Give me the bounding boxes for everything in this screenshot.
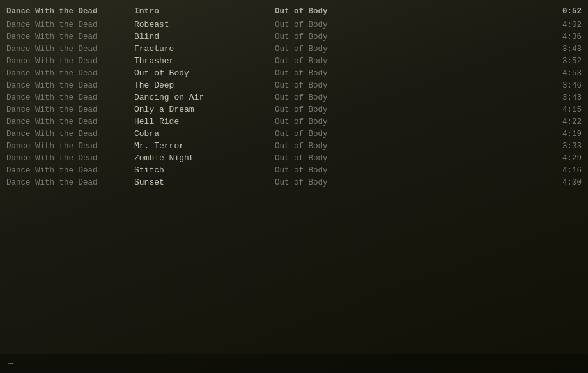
- track-artist: Dance With the Dead: [6, 166, 134, 175]
- track-artist: Dance With the Dead: [6, 81, 134, 90]
- track-album: Out of Body: [275, 142, 543, 151]
- table-row[interactable]: Dance With the DeadZombie NightOut of Bo…: [0, 152, 588, 164]
- track-list-header: Dance With the Dead Intro Out of Body 0:…: [0, 5, 588, 17]
- table-row[interactable]: Dance With the DeadHell RideOut of Body4…: [0, 116, 588, 128]
- track-duration: 4:16: [543, 166, 582, 175]
- header-artist: Dance With the Dead: [6, 7, 134, 16]
- track-title: Mr. Terror: [134, 141, 275, 151]
- table-row[interactable]: Dance With the DeadFractureOut of Body3:…: [0, 43, 588, 55]
- track-artist: Dance With the Dead: [6, 105, 134, 114]
- track-title: Zombie Night: [134, 153, 275, 163]
- track-title: Only a Dream: [134, 105, 275, 114]
- track-album: Out of Body: [275, 93, 543, 102]
- track-duration: 3:43: [543, 45, 582, 54]
- table-row[interactable]: Dance With the DeadOut of BodyOut of Bod…: [0, 67, 588, 79]
- track-duration: 3:33: [543, 142, 582, 151]
- track-album: Out of Body: [275, 154, 543, 163]
- header-title: Intro: [134, 6, 275, 16]
- track-title: Stitch: [134, 165, 275, 175]
- track-artist: Dance With the Dead: [6, 154, 134, 163]
- track-album: Out of Body: [275, 57, 543, 66]
- table-row[interactable]: Dance With the DeadOnly a DreamOut of Bo…: [0, 103, 588, 116]
- table-row[interactable]: Dance With the DeadDancing on AirOut of …: [0, 91, 588, 103]
- track-title: Cobra: [134, 129, 275, 139]
- track-album: Out of Body: [275, 33, 543, 42]
- track-artist: Dance With the Dead: [6, 118, 134, 126]
- track-title: Blind: [134, 32, 275, 42]
- bottom-bar: →: [0, 354, 588, 373]
- table-row[interactable]: Dance With the DeadSunsetOut of Body4:00: [0, 176, 588, 188]
- track-album: Out of Body: [275, 45, 543, 54]
- track-duration: 4:02: [543, 20, 582, 29]
- track-artist: Dance With the Dead: [6, 45, 134, 54]
- header-album: Out of Body: [275, 7, 543, 16]
- table-row[interactable]: Dance With the DeadRobeastOut of Body4:0…: [0, 19, 588, 31]
- header-duration: 0:52: [543, 7, 582, 16]
- track-album: Out of Body: [275, 178, 543, 187]
- track-artist: Dance With the Dead: [6, 69, 134, 78]
- track-title: Out of Body: [134, 68, 275, 78]
- track-title: Dancing on Air: [134, 93, 275, 102]
- track-title: Robeast: [134, 20, 275, 29]
- track-artist: Dance With the Dead: [6, 130, 134, 139]
- track-artist: Dance With the Dead: [6, 20, 134, 29]
- track-artist: Dance With the Dead: [6, 142, 134, 151]
- track-title: Hell Ride: [134, 117, 275, 126]
- table-row[interactable]: Dance With the DeadCobraOut of Body4:19: [0, 128, 588, 140]
- track-title: Sunset: [134, 178, 275, 187]
- table-row[interactable]: Dance With the DeadThrasherOut of Body3:…: [0, 55, 588, 67]
- track-album: Out of Body: [275, 130, 543, 139]
- track-title: Thrasher: [134, 56, 275, 66]
- track-album: Out of Body: [275, 20, 543, 29]
- track-title: Fracture: [134, 44, 275, 54]
- track-artist: Dance With the Dead: [6, 178, 134, 187]
- track-artist: Dance With the Dead: [6, 93, 134, 102]
- track-duration: 4:00: [543, 178, 582, 187]
- track-title: The Deep: [134, 80, 275, 90]
- arrow-icon: →: [8, 358, 13, 369]
- track-duration: 4:22: [543, 118, 582, 126]
- track-list: Dance With the Dead Intro Out of Body 0:…: [0, 0, 588, 194]
- track-duration: 4:15: [543, 105, 582, 114]
- track-duration: 3:46: [543, 81, 582, 90]
- track-duration: 3:43: [543, 93, 582, 102]
- table-row[interactable]: Dance With the DeadBlindOut of Body4:36: [0, 31, 588, 43]
- track-duration: 3:52: [543, 57, 582, 66]
- table-row[interactable]: Dance With the DeadThe DeepOut of Body3:…: [0, 79, 588, 91]
- track-duration: 4:53: [543, 69, 582, 78]
- track-album: Out of Body: [275, 81, 543, 90]
- table-row[interactable]: Dance With the DeadMr. TerrorOut of Body…: [0, 140, 588, 152]
- track-artist: Dance With the Dead: [6, 57, 134, 66]
- track-duration: 4:36: [543, 33, 582, 42]
- track-duration: 4:19: [543, 130, 582, 139]
- track-album: Out of Body: [275, 105, 543, 114]
- track-duration: 4:29: [543, 154, 582, 163]
- track-album: Out of Body: [275, 118, 543, 126]
- track-album: Out of Body: [275, 69, 543, 78]
- track-artist: Dance With the Dead: [6, 33, 134, 42]
- table-row[interactable]: Dance With the DeadStitchOut of Body4:16: [0, 164, 588, 176]
- track-album: Out of Body: [275, 166, 543, 175]
